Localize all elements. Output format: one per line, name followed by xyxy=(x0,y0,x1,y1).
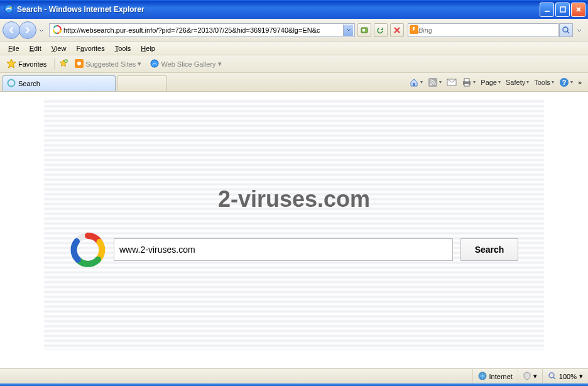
maximize-button[interactable] xyxy=(555,3,570,17)
print-button[interactable]: ▾ xyxy=(462,77,476,87)
svg-point-1 xyxy=(10,7,12,9)
search-options-dropdown[interactable] xyxy=(577,27,583,33)
svg-point-13 xyxy=(8,80,15,87)
menu-tools[interactable]: Tools xyxy=(111,43,136,53)
feeds-button[interactable]: ▾ xyxy=(428,77,442,87)
printer-icon xyxy=(462,77,472,87)
web-slice-link[interactable]: Web Slice Gallery ▾ xyxy=(148,58,224,70)
favorites-bar: Favorites Suggested Sites ▾ Web Slice Ga… xyxy=(0,55,588,73)
zone-label: Internet xyxy=(489,373,513,380)
svg-rect-20 xyxy=(464,84,469,86)
mail-icon xyxy=(447,77,457,87)
dropdown-arrow-icon: ▾ xyxy=(218,60,222,68)
svg-rect-14 xyxy=(413,83,415,86)
tab-favicon-icon xyxy=(7,79,16,89)
address-bar[interactable] xyxy=(49,23,355,37)
address-input[interactable] xyxy=(63,25,343,36)
home-button[interactable]: ▾ xyxy=(409,77,423,87)
safety-label: Safety xyxy=(506,79,525,86)
suggested-sites-icon xyxy=(75,59,84,69)
shield-icon xyxy=(523,372,531,382)
zoom-icon xyxy=(548,372,557,382)
search-provider-input[interactable] xyxy=(418,26,557,34)
close-button[interactable] xyxy=(571,3,585,17)
search-go-button[interactable] xyxy=(559,23,573,37)
page-menu[interactable]: Page▾ xyxy=(481,79,501,86)
tab-active[interactable]: Search xyxy=(3,75,116,91)
page-label: Page xyxy=(481,79,497,86)
svg-rect-19 xyxy=(464,79,469,82)
zone-indicator[interactable]: Internet xyxy=(472,369,518,383)
search-logo-icon xyxy=(70,231,106,268)
nav-bar xyxy=(0,19,588,41)
menu-favorites[interactable]: Favorites xyxy=(72,43,109,53)
taskbar-sliver xyxy=(0,383,588,386)
svg-point-8 xyxy=(563,27,568,32)
tools-label: Tools xyxy=(534,79,550,86)
svg-point-16 xyxy=(430,83,432,85)
protected-mode[interactable]: ▾ xyxy=(518,369,542,383)
star-icon xyxy=(6,58,16,70)
svg-point-0 xyxy=(5,5,13,13)
add-favorite-icon[interactable] xyxy=(58,58,68,70)
minimize-button[interactable] xyxy=(540,3,554,17)
tools-menu[interactable]: Tools▾ xyxy=(534,79,554,86)
read-mail-button[interactable] xyxy=(447,77,457,87)
svg-point-11 xyxy=(77,62,81,65)
dropdown-arrow-icon: ▾ xyxy=(533,372,537,380)
dropdown-arrow-icon: ▾ xyxy=(138,60,141,68)
new-tab-button[interactable] xyxy=(117,75,167,91)
recent-pages-dropdown[interactable] xyxy=(39,27,45,33)
menu-file[interactable]: File xyxy=(4,43,24,53)
menu-edit[interactable]: Edit xyxy=(25,43,46,53)
zoom-value: 100% xyxy=(559,373,577,380)
home-icon xyxy=(409,77,419,87)
dropdown-arrow-icon: ▾ xyxy=(579,372,583,380)
suggested-sites-link[interactable]: Suggested Sites ▾ xyxy=(72,58,144,70)
web-slice-icon xyxy=(150,59,159,69)
web-slice-label: Web Slice Gallery xyxy=(161,60,215,68)
search-button[interactable]: Search xyxy=(460,238,518,261)
content-area: 2-viruses.com Search xyxy=(0,92,588,368)
search-page: 2-viruses.com Search xyxy=(44,98,544,350)
favorites-button[interactable]: Favorites xyxy=(3,57,50,71)
svg-rect-3 xyxy=(560,7,565,12)
tab-label: Search xyxy=(18,80,111,87)
tab-bar: Search ▾ ▾ ▾ Page▾ Safety▾ Tools▾ ?▾ » xyxy=(0,73,588,92)
refresh-button[interactable] xyxy=(374,23,388,37)
svg-point-25 xyxy=(549,373,554,378)
svg-rect-2 xyxy=(545,11,550,12)
svg-rect-6 xyxy=(362,29,365,31)
address-dropdown[interactable] xyxy=(343,25,353,36)
globe-icon xyxy=(478,372,487,382)
safety-menu[interactable]: Safety▾ xyxy=(506,79,529,86)
compat-view-button[interactable] xyxy=(357,23,371,37)
svg-text:?: ? xyxy=(562,79,567,86)
title-bar: Search - Windows Internet Explorer xyxy=(0,0,588,19)
ie-logo-icon xyxy=(4,4,14,15)
menu-help[interactable]: Help xyxy=(136,43,160,53)
svg-rect-15 xyxy=(428,78,437,87)
search-row: Search xyxy=(70,231,518,268)
bing-icon xyxy=(410,25,418,35)
menu-view[interactable]: View xyxy=(47,43,71,53)
menu-bar: File Edit View Favorites Tools Help xyxy=(0,41,588,55)
window-title: Search - Windows Internet Explorer xyxy=(17,5,540,14)
search-input[interactable] xyxy=(114,238,453,261)
status-bar: Internet ▾ 100% ▾ xyxy=(0,368,588,383)
help-icon: ? xyxy=(559,77,569,87)
suggested-sites-label: Suggested Sites xyxy=(85,60,136,68)
stop-button[interactable] xyxy=(390,23,404,37)
forward-button[interactable] xyxy=(19,21,36,39)
page-title: 2-viruses.com xyxy=(218,186,370,212)
command-bar: ▾ ▾ ▾ Page▾ Safety▾ Tools▾ ?▾ » xyxy=(405,73,585,91)
rss-icon xyxy=(428,77,438,87)
overflow-button[interactable]: » xyxy=(578,79,582,86)
search-box[interactable] xyxy=(408,23,558,37)
site-favicon-icon xyxy=(53,25,62,35)
favorites-label: Favorites xyxy=(18,60,46,68)
help-button[interactable]: ?▾ xyxy=(559,77,573,87)
separator xyxy=(54,58,55,70)
back-button[interactable] xyxy=(3,21,20,39)
zoom-control[interactable]: 100% ▾ xyxy=(542,369,588,383)
